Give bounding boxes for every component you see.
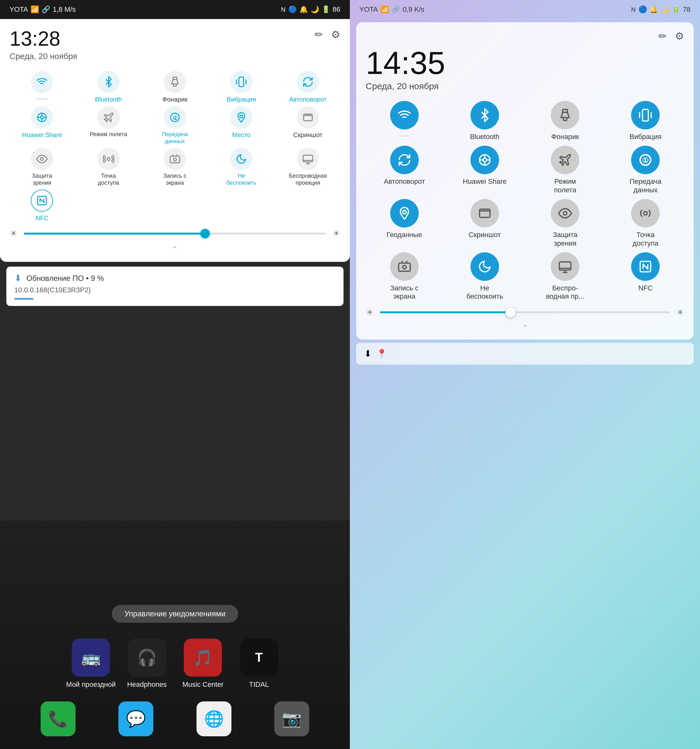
svg-point-20 <box>107 158 110 160</box>
right-notif-location-icon: 📍 <box>376 349 387 359</box>
right-collapse-arrow[interactable]: ⌃ <box>366 321 684 335</box>
data-transfer-toggle-icon: ① <box>164 106 186 128</box>
right-status-right: N 🔵 🔔 🌙 🔋 78 <box>631 5 691 14</box>
manage-notifications-button[interactable]: Управление уведомлениями <box>112 605 238 623</box>
right-brightness-thumb <box>505 307 516 317</box>
dock-chrome[interactable]: 🌐 <box>196 702 231 736</box>
left-notification-panel[interactable]: ⬇ Обновление ПО • 9 % 10.0.0.168(C10E3R3… <box>6 267 343 306</box>
right-toggle-data-transfer[interactable]: ① Передачаданных <box>607 146 684 194</box>
left-wallpaper-area: Управление уведомлениями 🚌 Мой проездной… <box>0 520 350 749</box>
toggle-do-not-disturb[interactable]: Небеспокоить <box>209 148 274 186</box>
right-brightness-slider[interactable] <box>380 311 670 313</box>
hotspot-toggle-icon <box>98 148 120 170</box>
left-date: Среда, 20 ноября <box>9 51 77 61</box>
toggle-huawei-share[interactable]: Huawei Share <box>9 106 74 145</box>
toggle-screen-record[interactable]: Запись сэкрана <box>142 148 207 186</box>
dock-camera[interactable]: 📷 <box>274 702 309 736</box>
left-brightness-max-icon: ☀ <box>332 228 340 238</box>
left-notif-header: ⬇ Обновление ПО • 9 % <box>14 273 335 283</box>
toggle-data-transfer[interactable]: ① Передачаданных <box>142 106 207 145</box>
left-edit-button[interactable]: ✏ <box>315 29 323 41</box>
right-settings-button[interactable]: ⚙ <box>675 30 684 42</box>
right-bluetooth-icon <box>470 101 499 130</box>
svg-point-14 <box>240 115 243 118</box>
right-toggle-bluetooth[interactable]: Bluetooth <box>446 101 523 141</box>
right-toggle-geodata[interactable]: Геоданные <box>366 199 443 248</box>
eye-protection-label: Защитазрения <box>32 173 52 186</box>
right-huawei-share-icon <box>470 146 499 174</box>
left-brightness-slider[interactable] <box>24 232 326 235</box>
toggle-airplane[interactable]: Режим полета <box>76 106 141 145</box>
app-tidal[interactable]: T TIDAL <box>234 639 283 689</box>
right-toggle-vibration[interactable]: Вибрация <box>607 101 684 141</box>
right-quick-toggles: ------ Bluetooth Фонарик В <box>366 101 684 301</box>
svg-rect-1 <box>173 77 177 79</box>
toggle-screenshot[interactable]: Скриншот <box>276 106 340 145</box>
right-toggle-huawei-share[interactable]: Huawei Share <box>446 146 523 194</box>
left-brightness-row: ☀ ☀ <box>9 228 340 238</box>
vibration-label: Вибрация <box>227 96 256 103</box>
svg-text:①: ① <box>172 115 177 121</box>
app-musiccenter[interactable]: 🎵 Music Center <box>178 639 228 689</box>
right-toggle-hotspot[interactable]: Точкадоступа <box>607 199 684 248</box>
right-toggle-autorotate[interactable]: Автоповорот <box>366 146 443 194</box>
app-mytravel-icon: 🚌 <box>72 639 110 677</box>
huawei-share-label: Huawei Share <box>22 131 62 139</box>
dock-phone[interactable]: 📞 <box>41 702 75 736</box>
right-edit-button[interactable]: ✏ <box>659 30 667 42</box>
right-bluetooth-label: Bluetooth <box>470 133 499 141</box>
right-toggle-do-not-disturb[interactable]: Небеспокоить <box>446 252 523 301</box>
dock-messages[interactable]: 💬 <box>118 702 153 736</box>
toggle-eye-protection[interactable]: Защитазрения <box>9 148 74 186</box>
eye-protection-toggle-icon <box>31 148 53 170</box>
right-quick-panel: ✏ ⚙ 14:35 Среда, 20 ноября ------ Blueto… <box>356 22 694 339</box>
left-app-grid: 🚌 Мой проездной 🎧 Headphones 🎵 Music Cen… <box>53 639 297 689</box>
right-screen-record-label: Запись сэкрана <box>390 284 418 301</box>
right-nfc-icon <box>631 252 660 281</box>
toggle-location[interactable]: Место <box>209 106 274 145</box>
right-toggle-screen-record[interactable]: Запись сэкрана <box>366 252 443 301</box>
toggle-wifi[interactable]: ------ <box>9 71 74 103</box>
app-tidal-icon: T <box>240 639 278 677</box>
right-toggle-wireless-projection[interactable]: Беспро-водная пр... <box>527 252 604 301</box>
toggle-bluetooth[interactable]: Bluetooth <box>76 71 141 103</box>
app-mytravel[interactable]: 🚌 Мой проездной <box>66 639 116 689</box>
right-airplane-icon <box>551 146 579 174</box>
right-eye-protection-label: Защитазрения <box>553 231 577 248</box>
location-label: Место <box>232 131 250 139</box>
left-panel: YOTA 📶 🔗 1,8 M/s N 🔵 🔔 🌙 🔋 86 13:28 Сред… <box>0 0 350 749</box>
right-brightness-min-icon: ☀ <box>366 307 374 318</box>
left-brightness-min-icon: ☀ <box>9 228 17 238</box>
left-settings-button[interactable]: ⚙ <box>331 29 340 41</box>
right-toggle-wifi[interactable]: ------ <box>366 101 443 141</box>
toggle-vibration[interactable]: Вибрация <box>209 71 274 103</box>
right-speed: 0,9 K/s <box>403 5 424 14</box>
toggle-autorotate[interactable]: Автоповорот <box>276 71 340 103</box>
screenshot-toggle-icon <box>297 106 319 128</box>
right-toggle-nfc[interactable]: NFC <box>607 252 684 301</box>
right-screenshot-icon <box>470 199 499 228</box>
right-airplane-label: Режимполета <box>554 177 576 194</box>
data-transfer-label: Передачаданных <box>162 131 188 145</box>
left-speed: 1,8 M/s <box>53 5 75 14</box>
right-alarm-icon: 🔔 <box>649 5 658 14</box>
right-notif-download-icon: ⬇ <box>364 349 371 359</box>
toggle-hotspot[interactable]: Точкадоступа <box>76 148 141 186</box>
right-brightness-row: ☀ ☀ <box>366 307 684 318</box>
right-status-bar: YOTA 📶 🔗 0,9 K/s N 🔵 🔔 🌙 🔋 78 <box>350 0 700 19</box>
do-not-disturb-label: Небеспокоить <box>226 173 256 186</box>
left-collapse-arrow[interactable]: ⌃ <box>9 243 340 255</box>
right-toggle-flashlight[interactable]: Фонарик <box>527 101 604 141</box>
autorotate-toggle-icon <box>297 71 319 93</box>
flashlight-label: Фонарик <box>162 96 188 103</box>
toggle-flashlight[interactable]: Фонарик <box>142 71 207 103</box>
toggle-nfc[interactable]: NFC <box>9 190 74 222</box>
right-flashlight-icon <box>551 101 579 130</box>
app-headphones[interactable]: 🎧 Headphones <box>122 639 172 689</box>
toggle-wireless-projection[interactable]: Беспроводнаяпроекция <box>276 148 340 186</box>
svg-point-46 <box>644 212 647 215</box>
right-toggle-airplane[interactable]: Режимполета <box>527 146 604 194</box>
right-toggle-screenshot[interactable]: Скриншот <box>446 199 523 248</box>
right-toggle-eye-protection[interactable]: Защитазрения <box>527 199 604 248</box>
right-notification-bar: ⬇ 📍 <box>356 343 694 365</box>
